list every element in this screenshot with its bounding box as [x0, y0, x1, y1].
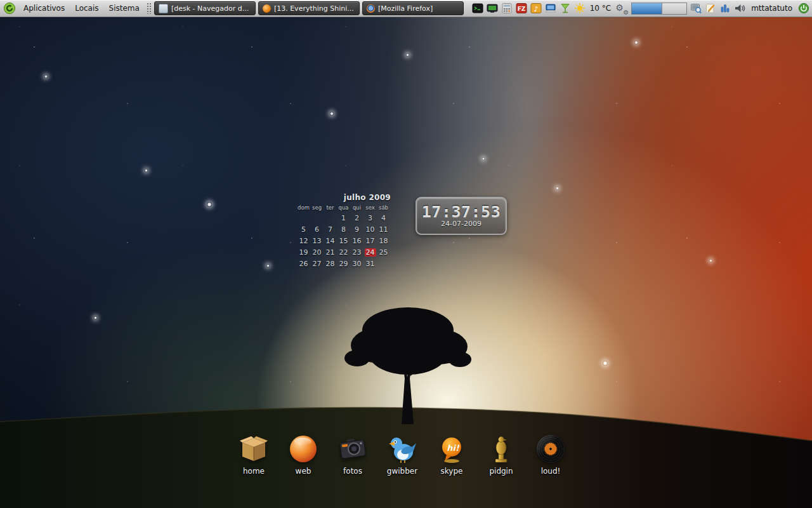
- calendar-day: 10: [366, 225, 375, 234]
- calendar-today-cell: 24: [365, 248, 376, 257]
- distro-menu-icon[interactable]: [3, 2, 16, 15]
- weekday-label: qui: [353, 204, 361, 211]
- hi-bubble-icon: hi!: [437, 434, 466, 464]
- calendar-day: 11: [379, 225, 388, 234]
- weekday-label: qua: [339, 204, 349, 211]
- dock-label: gwibber: [387, 467, 417, 476]
- taskbar-item-firefox[interactable]: [Mozilla Firefox]: [362, 1, 464, 15]
- clock-date: 24-07-2009: [441, 220, 481, 228]
- tree-silhouette: [339, 297, 476, 424]
- dock-item-fotos[interactable]: fotos: [335, 434, 370, 476]
- workspace-active[interactable]: [632, 3, 662, 14]
- calendar-day: 23: [353, 248, 362, 257]
- calendar-day: 26: [299, 260, 308, 268]
- star: [145, 169, 148, 172]
- display-icon[interactable]: [545, 3, 556, 14]
- calendar-day: 18: [379, 237, 388, 245]
- dock-label: skype: [441, 467, 463, 476]
- calendar-day: 17: [366, 237, 375, 245]
- easytag-icon[interactable]: ♪: [530, 3, 542, 14]
- calendar-day: 5: [301, 225, 306, 234]
- svg-text:♪: ♪: [534, 5, 538, 13]
- dock-item-loud[interactable]: loud!: [533, 434, 568, 476]
- calendar-day: 2: [355, 214, 359, 222]
- calendar-day: 1: [341, 214, 346, 222]
- box-icon: [239, 434, 268, 464]
- star: [330, 112, 334, 116]
- dock: home web fotos: [236, 434, 568, 476]
- calendar-day: 4: [381, 214, 386, 222]
- dock-label: fotos: [343, 467, 362, 476]
- weekday-label: sáb: [379, 204, 388, 211]
- system-tray: FZ ♪: [472, 3, 812, 15]
- mixer-icon[interactable]: [719, 3, 731, 14]
- sun-icon[interactable]: [574, 3, 586, 14]
- star: [406, 53, 409, 57]
- dock-label: loud!: [541, 467, 561, 476]
- calendar-day: 21: [326, 248, 335, 257]
- calendar-day: 14: [326, 237, 335, 245]
- dock-label: pidgin: [489, 467, 513, 476]
- globe-orb-icon: [289, 434, 318, 464]
- taskbar-item-music[interactable]: [13. Everything Shini...: [258, 1, 360, 15]
- star: [556, 187, 559, 190]
- calendar-day: 27: [313, 260, 322, 268]
- screen-search-icon[interactable]: [690, 3, 702, 14]
- calendar-day: 31: [366, 260, 375, 268]
- calculator-icon[interactable]: [501, 3, 513, 14]
- dock-item-pidgin[interactable]: pidgin: [483, 434, 519, 476]
- top-panel: Aplicativos Locais Sistema [desk - Naveg…: [0, 0, 812, 17]
- calendar-day: 12: [299, 237, 308, 245]
- weather-temperature[interactable]: 10 °C: [589, 4, 612, 13]
- star: [266, 264, 270, 267]
- svg-text:FZ: FZ: [517, 6, 525, 12]
- menu-sistema[interactable]: Sistema: [104, 0, 145, 17]
- calendar-day: 6: [315, 225, 319, 234]
- dock-item-web[interactable]: web: [285, 434, 321, 476]
- star: [44, 75, 48, 78]
- volume-icon[interactable]: [734, 3, 745, 14]
- menu-locais[interactable]: Locais: [70, 0, 103, 17]
- task-label: [13. Everything Shini...: [274, 4, 354, 13]
- desktop: julho 2009 dom seg ter qua qui sex sáb 1…: [0, 0, 812, 508]
- star: [94, 316, 97, 319]
- calendar-day: 30: [353, 260, 362, 268]
- session-icon[interactable]: [798, 3, 809, 14]
- calendar-day: 16: [353, 237, 362, 245]
- dock-item-gwibber[interactable]: gwibber: [384, 434, 420, 476]
- notes-icon[interactable]: [705, 3, 716, 14]
- calendar-day: 7: [328, 225, 332, 234]
- window-list: [desk - Navegador d... [13. Everything S…: [153, 1, 465, 15]
- taskbar-item-filemanager[interactable]: [desk - Navegador d...: [154, 1, 256, 15]
- star: [603, 361, 608, 366]
- task-label: [desk - Navegador d...: [171, 4, 249, 13]
- workspace-switcher[interactable]: [631, 3, 687, 15]
- calendar-day: 19: [299, 248, 308, 257]
- firefox-icon: [367, 4, 375, 13]
- panel-handle[interactable]: [147, 3, 151, 14]
- calendar-day: 25: [379, 248, 388, 257]
- filezilla-icon[interactable]: FZ: [516, 3, 527, 14]
- user-menu[interactable]: mttatatuto: [749, 4, 795, 13]
- weekday-label: seg: [312, 204, 322, 211]
- clock-widget: 17:37:53 24-07-2009: [416, 197, 507, 235]
- system-monitor-icon[interactable]: [487, 3, 498, 14]
- star: [634, 41, 638, 44]
- updates-gears-icon[interactable]: ⚙⚙: [615, 3, 628, 14]
- bird-icon: [388, 434, 417, 464]
- calendar-title: julho 2009: [297, 193, 395, 202]
- dock-item-skype[interactable]: hi! skype: [434, 434, 469, 476]
- calendar-day: 20: [313, 248, 322, 257]
- calendar-day: 15: [339, 237, 348, 245]
- drink-icon[interactable]: [560, 3, 571, 14]
- star: [482, 157, 485, 160]
- terminal-icon[interactable]: [472, 3, 483, 14]
- star: [207, 202, 212, 207]
- dock-item-home[interactable]: home: [236, 434, 272, 476]
- dock-label: home: [243, 467, 265, 476]
- star: [709, 259, 712, 262]
- menu-aplicativos[interactable]: Aplicativos: [18, 0, 70, 17]
- calendar-day: 22: [339, 248, 348, 257]
- workspace-inactive[interactable]: [662, 3, 686, 14]
- task-label: [Mozilla Firefox]: [378, 4, 433, 13]
